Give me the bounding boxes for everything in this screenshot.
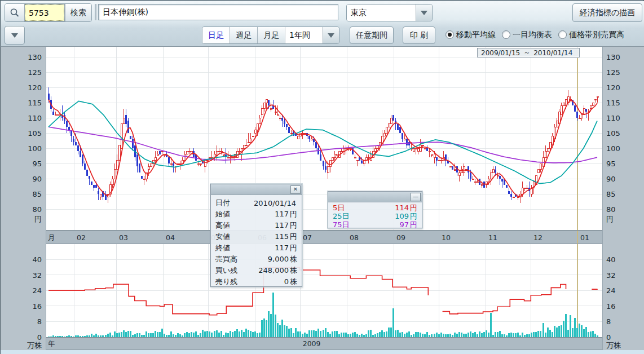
chart-window: 5753 検索 日本伸銅(株) 東京 経済指標の描画 日足 週足 (0, 0, 644, 354)
svg-text:24: 24 (606, 286, 616, 295)
search-button[interactable]: 検索 (65, 4, 91, 21)
svg-text:40: 40 (32, 255, 42, 264)
tab-monthly[interactable]: 月足 (258, 27, 285, 43)
date-range-from: 2009/01/15 (481, 49, 520, 57)
svg-text:02: 02 (77, 233, 86, 242)
toolbar-separator (95, 4, 98, 20)
custom-period-button[interactable]: 任意期間 (350, 26, 394, 44)
stock-search-group: 5753 検索 (5, 3, 92, 22)
radio-icon (502, 30, 510, 39)
svg-text:08: 08 (350, 233, 359, 242)
svg-text:110: 110 (28, 114, 42, 122)
svg-text:8: 8 (606, 317, 611, 326)
stock-code-input[interactable]: 5753 (25, 5, 64, 21)
toolbar: 5753 検索 日本伸銅(株) 東京 経済指標の描画 日足 週足 (1, 1, 644, 47)
date-range-box: 2009/01/15 ～ 2010/01/14 (477, 48, 580, 57)
date-range-tilde: ～ (523, 48, 530, 57)
svg-text:07: 07 (303, 233, 312, 242)
svg-text:130: 130 (28, 53, 42, 61)
radio-selected-icon (445, 30, 454, 39)
info-row-high: 高値 117円 (211, 220, 302, 231)
svg-text:120: 120 (28, 83, 42, 92)
timeframe-group: 日足 週足 月足 1年間 (202, 26, 339, 44)
svg-text:40: 40 (606, 255, 616, 264)
svg-text:11: 11 (488, 233, 497, 242)
tab-daily[interactable]: 日足 (202, 27, 230, 43)
svg-text:12: 12 (533, 233, 542, 242)
svg-text:85: 85 (606, 190, 616, 198)
svg-text:16: 16 (32, 302, 42, 311)
svg-text:09: 09 (396, 233, 405, 242)
svg-text:32: 32 (32, 271, 42, 280)
svg-text:円: 円 (606, 215, 614, 223)
tab-weekly[interactable]: 週足 (230, 27, 258, 43)
ma-legend-row-2: 75日 97円 (328, 220, 422, 229)
market-select-arrow[interactable] (416, 5, 432, 21)
svg-text:80: 80 (606, 205, 616, 214)
svg-text:95: 95 (606, 160, 616, 168)
market-select-value: 東京 (347, 5, 416, 21)
svg-text:円: 円 (34, 215, 42, 223)
chart-area[interactable]: 1301301251251201201151151101101051051001… (1, 47, 644, 354)
svg-text:0: 0 (606, 333, 611, 342)
info-row-date: 日付 2010/01/14 (211, 197, 302, 209)
print-button[interactable]: 印 刷 (403, 26, 435, 44)
period-select-value: 1年間 (285, 27, 323, 43)
svg-text:95: 95 (32, 160, 42, 168)
minimize-icon[interactable]: — (411, 193, 421, 201)
chevron-down-icon (421, 11, 427, 15)
svg-text:110: 110 (606, 114, 620, 122)
search-icon (10, 8, 20, 18)
radio-moving-average[interactable]: 移動平均線 (445, 30, 496, 40)
ma-legend-titlebar[interactable]: — (328, 192, 422, 202)
econ-indicator-button[interactable]: 経済指標の描画 (572, 3, 642, 22)
info-row-close: 終値 117円 (211, 242, 302, 254)
svg-text:2009: 2009 (303, 339, 321, 348)
svg-text:130: 130 (606, 53, 620, 61)
svg-text:10: 10 (442, 233, 451, 242)
chevron-down-icon (328, 33, 334, 38)
stock-name-input[interactable]: 日本伸銅(株) (98, 4, 338, 20)
svg-text:0: 0 (37, 333, 42, 342)
stock-code-value: 5753 (29, 8, 49, 17)
svg-text:03: 03 (119, 233, 128, 242)
svg-text:120: 120 (606, 83, 620, 92)
chevron-down-icon (11, 33, 18, 38)
market-select[interactable]: 東京 (346, 4, 433, 21)
info-row-low: 安値 115円 (211, 231, 302, 242)
svg-text:月: 月 (48, 233, 55, 242)
magnifier-button[interactable] (5, 4, 24, 21)
svg-text:100: 100 (606, 144, 620, 153)
svg-text:125: 125 (606, 68, 620, 77)
svg-text:115: 115 (606, 99, 620, 107)
ma-legend-window: — 5日 114円 25日 109円 75日 97円 (328, 191, 422, 228)
svg-text:90: 90 (32, 175, 42, 183)
price-info-titlebar[interactable]: ✕ (211, 184, 302, 195)
period-select-arrow[interactable] (323, 27, 339, 43)
date-range-to: 2010/01/14 (533, 49, 572, 57)
svg-text:年: 年 (48, 339, 55, 348)
info-row-volume: 売買高 9,000株 (211, 254, 302, 265)
radio-ichimoku[interactable]: 一目均衡表 (502, 30, 552, 40)
overlay-radio-group: 移動平均線 一目均衡表 価格帯別売買高 (445, 26, 624, 43)
close-icon[interactable]: ✕ (290, 185, 301, 194)
svg-text:80: 80 (32, 205, 42, 214)
svg-text:105: 105 (28, 129, 42, 138)
info-row-margin-sell: 売り残 0株 (211, 276, 302, 287)
svg-text:115: 115 (28, 99, 42, 107)
svg-text:8: 8 (37, 317, 42, 326)
svg-text:32: 32 (606, 271, 616, 280)
svg-text:100: 100 (28, 144, 42, 153)
stock-name-value: 日本伸銅(株) (103, 7, 148, 17)
svg-text:01: 01 (580, 233, 589, 242)
radio-volume-by-price[interactable]: 価格帯別売買高 (558, 30, 624, 40)
svg-text:万株: 万株 (606, 341, 621, 349)
expand-button[interactable] (5, 26, 25, 45)
price-info-window: ✕ 日付 2010/01/14 始値 117円 高値 117円 安値 115円 … (210, 184, 302, 287)
svg-text:105: 105 (606, 129, 620, 138)
svg-text:85: 85 (32, 190, 42, 198)
info-row-open: 始値 117円 (211, 209, 302, 220)
radio-icon (558, 30, 567, 39)
svg-text:125: 125 (28, 68, 42, 77)
svg-text:04: 04 (166, 233, 175, 242)
